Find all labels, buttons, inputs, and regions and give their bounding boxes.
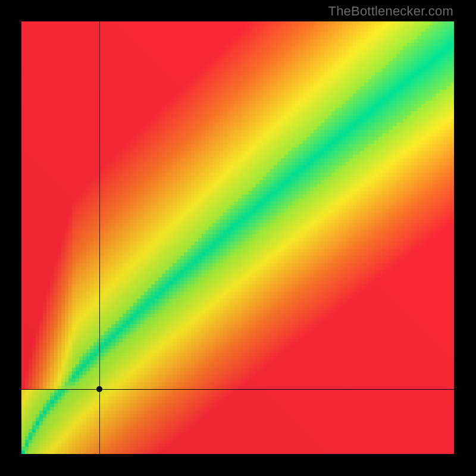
crosshair-dot [96,386,102,392]
chart-frame: TheBottlenecker.com [0,0,476,476]
crosshair-horizontal [21,389,454,390]
watermark-text: TheBottlenecker.com [328,4,453,19]
heatmap-plot [21,21,454,454]
